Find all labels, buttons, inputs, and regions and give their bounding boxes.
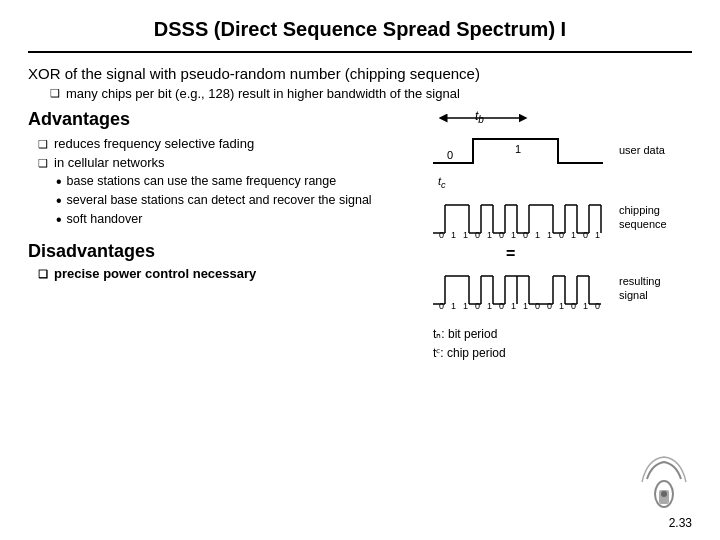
svg-text:1: 1 [451, 230, 456, 240]
user-data-label: user data [619, 144, 665, 157]
result-row: 0 1 1 0 1 0 1 1 0 0 1 0 1 0 [428, 266, 692, 311]
svg-text:1: 1 [463, 301, 468, 311]
equals-sign: = [506, 246, 692, 262]
svg-text:0: 0 [439, 301, 444, 311]
svg-text:0: 0 [439, 230, 444, 240]
sub-bullet-1-text: base stations can use the same frequency… [67, 174, 337, 188]
tc-symbol: tc [438, 175, 446, 190]
disadv-square-1: ❑ [38, 268, 48, 281]
xor-heading: XOR of the signal with pseudo-random num… [28, 65, 692, 82]
advantage-item-1: ❑ reduces frequency selective fading [38, 136, 418, 151]
xor-sub-text: many chips per bit (e.g., 128) result in… [66, 86, 460, 101]
svg-text:0: 0 [499, 230, 504, 240]
dot-1: • [56, 174, 62, 190]
chipping-waveform: 0 1 1 0 1 0 1 0 1 1 0 1 0 1 [428, 195, 613, 240]
chip-seq-row: 0 1 1 0 1 0 1 0 1 1 0 1 0 1 [428, 195, 692, 240]
right-column: tb 0 1 user data [428, 109, 692, 512]
svg-text:1: 1 [523, 301, 528, 311]
dot-2: • [56, 193, 62, 209]
bullet-square-1: ❑ [38, 138, 48, 151]
resulting-signal-label: resultingsignal [619, 274, 661, 303]
xor-sub: many chips per bit (e.g., 128) result in… [50, 86, 692, 101]
svg-text:0: 0 [447, 149, 453, 161]
disadvantage-item-1: ❑ precise power control necessary [38, 266, 418, 281]
sub-bullet-1: • base stations can use the same frequen… [56, 174, 418, 190]
svg-text:0: 0 [559, 230, 564, 240]
chipping-seq-label: chippingsequence [619, 203, 667, 232]
svg-text:0: 0 [571, 301, 576, 311]
sub-bullet-2: • several base stations can detect and r… [56, 193, 418, 209]
content-area: Advantages ❑ reduces frequency selective… [28, 109, 692, 512]
svg-text:0: 0 [499, 301, 504, 311]
period-notes: tₙ: bit period tᶜ: chip period [433, 325, 692, 363]
left-column: Advantages ❑ reduces frequency selective… [28, 109, 418, 512]
phone-icon [637, 454, 692, 509]
svg-text:1: 1 [559, 301, 564, 311]
svg-text:1: 1 [547, 230, 552, 240]
disadvantages-heading: Disadvantages [28, 241, 418, 262]
advantage-2-label: in cellular networks [54, 155, 165, 170]
svg-text:1: 1 [515, 143, 521, 155]
svg-text:0: 0 [547, 301, 552, 311]
user-data-waveform: 0 1 [428, 131, 613, 169]
svg-text:1: 1 [487, 230, 492, 240]
sub-bullet-3-text: soft handover [67, 212, 143, 226]
svg-text:1: 1 [451, 301, 456, 311]
slide: DSSS (Direct Sequence Spread Spectrum) I… [0, 0, 720, 540]
dot-3: • [56, 212, 62, 228]
svg-text:0: 0 [583, 230, 588, 240]
tb-note: tₙ: bit period [433, 325, 692, 344]
svg-text:0: 0 [523, 230, 528, 240]
disadv-1-label: precise power control necessary [54, 266, 256, 281]
sub-bullet-3: • soft handover [56, 212, 418, 228]
svg-text:1: 1 [511, 301, 516, 311]
svg-text:0: 0 [475, 301, 480, 311]
phone-icon-area [637, 454, 692, 512]
svg-point-56 [661, 491, 667, 497]
sub-bullet-2-text: several base stations can detect and rec… [67, 193, 372, 207]
svg-text:1: 1 [487, 301, 492, 311]
svg-text:1: 1 [511, 230, 516, 240]
advantage-1-label: reduces frequency selective fading [54, 136, 254, 151]
tb-symbol: tb [475, 109, 484, 125]
slide-title: DSSS (Direct Sequence Spread Spectrum) I [28, 18, 692, 41]
bullet-square-2: ❑ [38, 157, 48, 170]
svg-text:0: 0 [475, 230, 480, 240]
svg-text:1: 1 [595, 230, 600, 240]
svg-text:1: 1 [535, 230, 540, 240]
svg-text:1: 1 [583, 301, 588, 311]
diagram-area: tb 0 1 user data [428, 109, 692, 363]
advantages-heading: Advantages [28, 109, 418, 130]
slide-number: 2.33 [28, 512, 692, 530]
tc-note: tᶜ: chip period [433, 344, 692, 363]
svg-text:1: 1 [463, 230, 468, 240]
divider [28, 51, 692, 53]
svg-text:1: 1 [571, 230, 576, 240]
svg-text:0: 0 [595, 301, 600, 311]
result-waveform: 0 1 1 0 1 0 1 1 0 0 1 0 1 0 [428, 266, 613, 311]
user-data-row: 0 1 user data [428, 131, 692, 169]
svg-text:0: 0 [535, 301, 540, 311]
sub-bullets: • base stations can use the same frequen… [56, 174, 418, 231]
advantage-item-2: ❑ in cellular networks [38, 155, 418, 170]
